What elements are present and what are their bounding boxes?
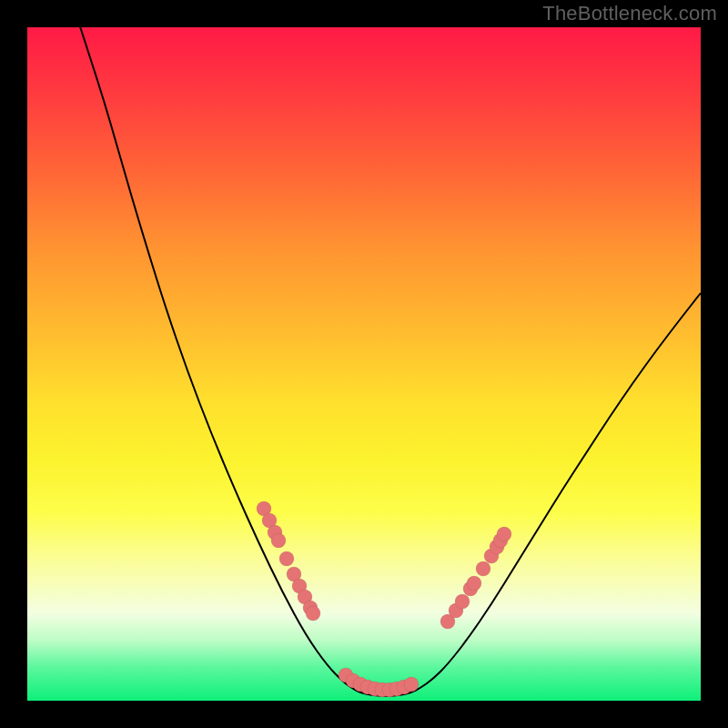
data-dot [279,551,294,566]
curve-svg [27,27,701,701]
data-dot [497,527,511,541]
bottleneck-curve [77,27,701,696]
data-dot [467,576,481,591]
data-dot [404,677,419,692]
watermark-text: TheBottleneck.com [542,2,717,25]
data-dot [306,606,320,621]
bottom-dots-group [339,668,419,697]
right-dots-group [440,527,511,629]
plot-area [27,27,701,701]
data-dot [455,594,470,609]
data-dot [271,533,286,548]
data-dot [476,561,490,576]
chart-container: TheBottleneck.com [0,0,728,728]
